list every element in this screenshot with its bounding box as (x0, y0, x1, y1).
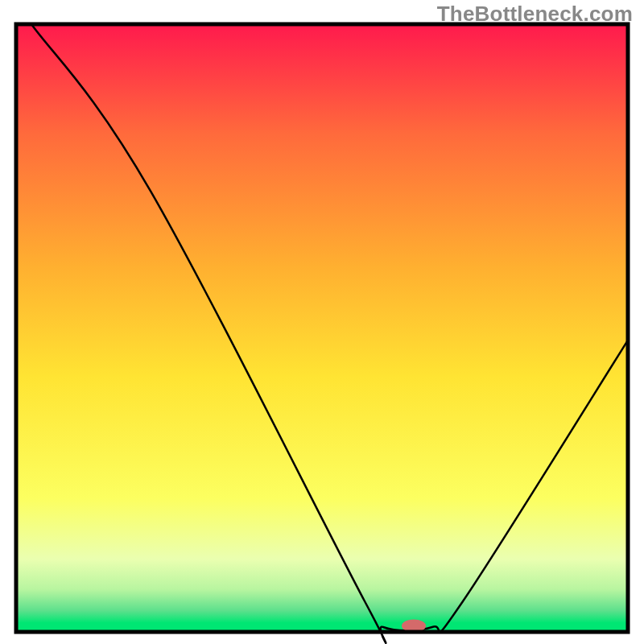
watermark-text: TheBottleneck.com (437, 2, 633, 27)
chart-container: TheBottleneck.com (0, 0, 644, 644)
bottleneck-chart (0, 0, 644, 644)
plot-background (16, 24, 628, 632)
